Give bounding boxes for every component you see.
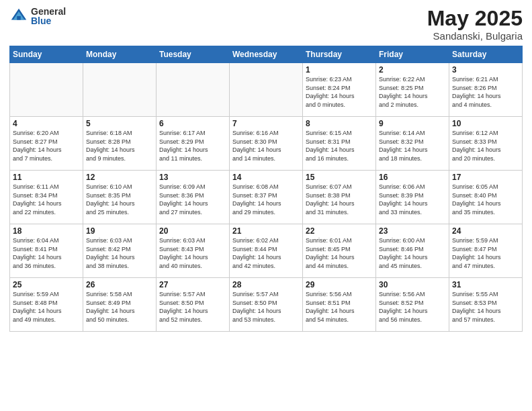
- calendar-table: SundayMondayTuesdayWednesdayThursdayFrid…: [9, 46, 523, 332]
- day-number: 29: [306, 280, 373, 289]
- day-cell: 17Sunrise: 6:05 AM Sunset: 8:40 PM Dayli…: [449, 171, 523, 224]
- day-info: Sunrise: 6:23 AM Sunset: 8:24 PM Dayligh…: [306, 75, 373, 109]
- day-info: Sunrise: 6:20 AM Sunset: 8:27 PM Dayligh…: [13, 129, 80, 163]
- logo-blue: Blue: [31, 16, 66, 26]
- day-number: 18: [13, 226, 80, 236]
- day-cell: 29Sunrise: 5:56 AM Sunset: 8:51 PM Dayli…: [303, 278, 376, 332]
- day-number: 27: [159, 280, 226, 289]
- day-cell: 3Sunrise: 6:21 AM Sunset: 8:26 PM Daylig…: [449, 63, 523, 117]
- day-cell: 12Sunrise: 6:10 AM Sunset: 8:35 PM Dayli…: [83, 171, 157, 224]
- week-row-4: 25Sunrise: 5:59 AM Sunset: 8:48 PM Dayli…: [10, 278, 523, 332]
- col-header-saturday: Saturday: [449, 46, 523, 63]
- day-info: Sunrise: 6:16 AM Sunset: 8:30 PM Dayligh…: [232, 129, 300, 163]
- day-number: 26: [86, 280, 153, 289]
- day-number: 22: [306, 226, 373, 236]
- col-header-friday: Friday: [376, 46, 449, 63]
- day-info: Sunrise: 6:21 AM Sunset: 8:26 PM Dayligh…: [452, 75, 519, 109]
- day-number: 30: [379, 280, 446, 289]
- week-row-2: 11Sunrise: 6:11 AM Sunset: 8:34 PM Dayli…: [10, 171, 523, 224]
- day-info: Sunrise: 6:02 AM Sunset: 8:44 PM Dayligh…: [232, 236, 300, 270]
- day-cell: 8Sunrise: 6:15 AM Sunset: 8:31 PM Daylig…: [303, 117, 376, 171]
- day-cell: 19Sunrise: 6:03 AM Sunset: 8:42 PM Dayli…: [83, 224, 157, 278]
- day-number: 1: [306, 65, 373, 75]
- day-info: Sunrise: 5:55 AM Sunset: 8:53 PM Dayligh…: [452, 290, 519, 324]
- day-cell: [230, 63, 303, 117]
- day-cell: 13Sunrise: 6:09 AM Sunset: 8:36 PM Dayli…: [157, 171, 230, 224]
- day-cell: 24Sunrise: 5:59 AM Sunset: 8:47 PM Dayli…: [449, 224, 523, 278]
- day-cell: 10Sunrise: 6:12 AM Sunset: 8:33 PM Dayli…: [449, 117, 523, 171]
- day-cell: 14Sunrise: 6:08 AM Sunset: 8:37 PM Dayli…: [230, 171, 303, 224]
- day-cell: 27Sunrise: 5:57 AM Sunset: 8:50 PM Dayli…: [157, 278, 230, 332]
- day-cell: 7Sunrise: 6:16 AM Sunset: 8:30 PM Daylig…: [230, 117, 303, 171]
- logo-text: General Blue: [31, 7, 66, 26]
- day-number: 3: [452, 65, 519, 75]
- day-cell: [83, 63, 157, 117]
- day-cell: 16Sunrise: 6:06 AM Sunset: 8:39 PM Dayli…: [376, 171, 449, 224]
- col-header-tuesday: Tuesday: [157, 46, 230, 63]
- day-info: Sunrise: 5:59 AM Sunset: 8:48 PM Dayligh…: [13, 290, 80, 324]
- logo-icon: [9, 7, 28, 26]
- day-info: Sunrise: 6:00 AM Sunset: 8:46 PM Dayligh…: [379, 236, 446, 270]
- day-number: 11: [13, 173, 80, 182]
- day-number: 14: [232, 173, 300, 182]
- day-cell: 15Sunrise: 6:07 AM Sunset: 8:38 PM Dayli…: [303, 171, 376, 224]
- day-cell: [157, 63, 230, 117]
- logo: General Blue: [9, 7, 66, 26]
- day-number: 6: [159, 119, 226, 128]
- day-cell: 1Sunrise: 6:23 AM Sunset: 8:24 PM Daylig…: [303, 63, 376, 117]
- day-number: 31: [452, 280, 519, 289]
- main-container: General Blue May 2025 Sandanski, Bulgari…: [0, 0, 532, 411]
- day-info: Sunrise: 6:07 AM Sunset: 8:38 PM Dayligh…: [306, 183, 373, 216]
- title-area: May 2025 Sandanski, Bulgaria: [427, 7, 523, 42]
- day-info: Sunrise: 6:06 AM Sunset: 8:39 PM Dayligh…: [379, 183, 446, 216]
- day-info: Sunrise: 5:59 AM Sunset: 8:47 PM Dayligh…: [452, 236, 519, 270]
- day-number: 17: [452, 173, 519, 182]
- day-number: 16: [379, 173, 446, 182]
- day-cell: 6Sunrise: 6:17 AM Sunset: 8:29 PM Daylig…: [157, 117, 230, 171]
- day-number: 19: [86, 226, 153, 236]
- day-cell: 20Sunrise: 6:03 AM Sunset: 8:43 PM Dayli…: [157, 224, 230, 278]
- week-row-0: 1Sunrise: 6:23 AM Sunset: 8:24 PM Daylig…: [10, 63, 523, 117]
- day-number: 10: [452, 119, 519, 128]
- day-info: Sunrise: 6:15 AM Sunset: 8:31 PM Dayligh…: [306, 129, 373, 163]
- day-cell: [10, 63, 83, 117]
- day-number: 5: [86, 119, 153, 128]
- day-info: Sunrise: 6:09 AM Sunset: 8:36 PM Dayligh…: [159, 183, 226, 216]
- day-info: Sunrise: 6:10 AM Sunset: 8:35 PM Dayligh…: [86, 183, 153, 216]
- header: General Blue May 2025 Sandanski, Bulgari…: [9, 7, 523, 42]
- col-header-sunday: Sunday: [10, 46, 83, 63]
- day-cell: 26Sunrise: 5:58 AM Sunset: 8:49 PM Dayli…: [83, 278, 157, 332]
- day-number: 20: [159, 226, 226, 236]
- day-cell: 25Sunrise: 5:59 AM Sunset: 8:48 PM Dayli…: [10, 278, 83, 332]
- day-cell: 21Sunrise: 6:02 AM Sunset: 8:44 PM Dayli…: [230, 224, 303, 278]
- week-row-3: 18Sunrise: 6:04 AM Sunset: 8:41 PM Dayli…: [10, 224, 523, 278]
- day-info: Sunrise: 6:18 AM Sunset: 8:28 PM Dayligh…: [86, 129, 153, 163]
- day-cell: 4Sunrise: 6:20 AM Sunset: 8:27 PM Daylig…: [10, 117, 83, 171]
- header-row: SundayMondayTuesdayWednesdayThursdayFrid…: [10, 46, 523, 63]
- day-info: Sunrise: 5:57 AM Sunset: 8:50 PM Dayligh…: [232, 290, 300, 324]
- day-cell: 11Sunrise: 6:11 AM Sunset: 8:34 PM Dayli…: [10, 171, 83, 224]
- day-info: Sunrise: 6:11 AM Sunset: 8:34 PM Dayligh…: [13, 183, 80, 216]
- day-cell: 30Sunrise: 5:56 AM Sunset: 8:52 PM Dayli…: [376, 278, 449, 332]
- day-info: Sunrise: 6:03 AM Sunset: 8:43 PM Dayligh…: [159, 236, 226, 270]
- calendar-header: SundayMondayTuesdayWednesdayThursdayFrid…: [10, 46, 523, 63]
- day-info: Sunrise: 6:05 AM Sunset: 8:40 PM Dayligh…: [452, 183, 519, 216]
- day-number: 7: [232, 119, 300, 128]
- day-number: 28: [232, 280, 300, 289]
- day-cell: 28Sunrise: 5:57 AM Sunset: 8:50 PM Dayli…: [230, 278, 303, 332]
- col-header-thursday: Thursday: [303, 46, 376, 63]
- day-number: 24: [452, 226, 519, 236]
- day-cell: 5Sunrise: 6:18 AM Sunset: 8:28 PM Daylig…: [83, 117, 157, 171]
- day-info: Sunrise: 6:08 AM Sunset: 8:37 PM Dayligh…: [232, 183, 300, 216]
- day-info: Sunrise: 6:01 AM Sunset: 8:45 PM Dayligh…: [306, 236, 373, 270]
- day-number: 15: [306, 173, 373, 182]
- day-info: Sunrise: 6:17 AM Sunset: 8:29 PM Dayligh…: [159, 129, 226, 163]
- day-number: 4: [13, 119, 80, 128]
- day-cell: 9Sunrise: 6:14 AM Sunset: 8:32 PM Daylig…: [376, 117, 449, 171]
- calendar-body: 1Sunrise: 6:23 AM Sunset: 8:24 PM Daylig…: [10, 63, 523, 332]
- week-row-1: 4Sunrise: 6:20 AM Sunset: 8:27 PM Daylig…: [10, 117, 523, 171]
- location-subtitle: Sandanski, Bulgaria: [427, 30, 523, 42]
- day-cell: 2Sunrise: 6:22 AM Sunset: 8:25 PM Daylig…: [376, 63, 449, 117]
- day-cell: 23Sunrise: 6:00 AM Sunset: 8:46 PM Dayli…: [376, 224, 449, 278]
- day-info: Sunrise: 5:56 AM Sunset: 8:51 PM Dayligh…: [306, 290, 373, 324]
